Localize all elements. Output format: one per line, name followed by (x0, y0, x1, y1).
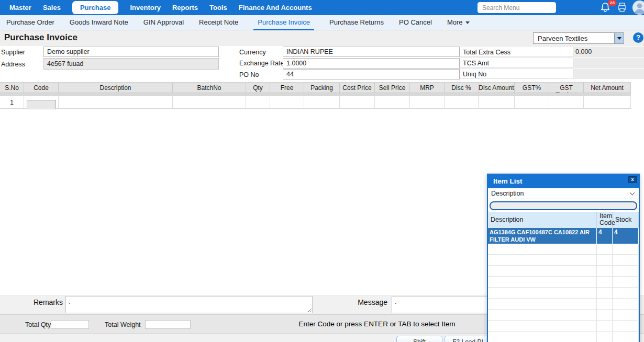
total-qty-field[interactable] (51, 320, 89, 329)
exchange-rate-field[interactable] (283, 58, 460, 69)
item-stock-cell: 4 (613, 228, 639, 244)
item-list-popup-header[interactable]: Item List x (488, 175, 639, 188)
company-select-value: Parveen Textiles (534, 33, 614, 43)
row-batchno-cell[interactable] (173, 96, 246, 108)
nav-master[interactable]: Master (9, 4, 31, 12)
total-weight-field[interactable] (145, 320, 191, 329)
item-list-empty-row (488, 310, 639, 321)
col-batchno: BatchNo (173, 83, 246, 93)
col-sell-price: Sell Price (375, 83, 410, 93)
row-packing-cell[interactable] (304, 96, 340, 108)
item-list-col-stock: Stock (613, 212, 639, 228)
col-code: Code (24, 83, 59, 93)
uniq-no-value (573, 69, 644, 79)
print-button[interactable] (617, 2, 628, 14)
f2-load-pi-button[interactable]: F2 Load PI (444, 336, 492, 342)
company-select[interactable]: Parveen Textiles (533, 32, 624, 44)
nav-inventory[interactable]: Inventory (130, 4, 161, 12)
row-disc-pct-cell[interactable] (445, 96, 479, 108)
status-hint: Enter Code or press ENTER or TAB to sele… (262, 320, 492, 328)
help-button[interactable]: ? (633, 32, 643, 43)
col-net-amount: Net Amount (584, 83, 631, 93)
col-sno: S.No (0, 83, 24, 93)
shift-button[interactable]: Shift (396, 336, 442, 342)
col-cost-price: Cost Price (340, 83, 375, 93)
tcs-amt-value (573, 58, 644, 68)
subnav-po-cancel[interactable]: PO Cancel (399, 15, 432, 30)
close-icon[interactable]: x (628, 176, 637, 183)
item-code-cell: 4 (597, 228, 613, 244)
item-list-empty-row (488, 299, 639, 310)
page-title: Purchase Invoice (4, 32, 77, 43)
col-mrp: MRP (410, 83, 445, 93)
currency-label: Currency (239, 49, 266, 56)
subnav-goods-inward-note[interactable]: Goods Inward Note (70, 15, 128, 30)
row-disc-amount-cell[interactable] (479, 96, 515, 108)
row-free-cell[interactable] (270, 96, 304, 108)
search-input[interactable] (478, 2, 556, 13)
subnav-purchase-returns[interactable]: Purchase Returns (329, 15, 384, 30)
item-list-empty-row (488, 266, 639, 277)
item-list-search-input[interactable] (490, 201, 637, 210)
po-no-label: PO No (239, 71, 259, 78)
uniq-no-label: Uniq No (460, 69, 573, 79)
col-qty: Qty (246, 83, 270, 93)
printer-icon (617, 2, 627, 13)
row-gst-taxamt-cell[interactable] (549, 96, 584, 108)
currency-field[interactable] (283, 47, 460, 57)
item-list-empty-row (488, 332, 639, 342)
subnav-gin-approval[interactable]: GIN Approval (143, 15, 184, 30)
triangle-down-icon (617, 37, 621, 40)
item-code-input[interactable] (27, 100, 56, 109)
row-sell-price-cell[interactable] (375, 96, 410, 108)
row-net-amount-cell[interactable] (584, 96, 631, 108)
row-cost-price-cell[interactable] (340, 96, 375, 108)
col-description: Description (59, 83, 173, 93)
row-sno-cell: 1 (0, 96, 24, 108)
items-table-header: S.No Code Description BatchNo Qty Free P… (0, 82, 631, 93)
invoice-form: Supplier Address Currency Exchange Rate … (0, 46, 644, 82)
col-disc-pct: Disc % (445, 83, 479, 93)
address-label: Address (1, 61, 25, 68)
notifications-button[interactable]: 23 (600, 2, 614, 14)
company-select-arrow[interactable] (614, 33, 624, 43)
supplier-field[interactable] (43, 47, 219, 57)
nav-reports[interactable]: Reports (172, 4, 198, 12)
nav-sales[interactable]: Sales (43, 4, 61, 12)
item-list-row-selected[interactable]: AG1384G CAF100487C CA10822 AIR FILTER AU… (488, 228, 639, 244)
col-gst-pct: GST% (515, 83, 549, 93)
top-nav-bar: Master Sales Purchase Inventory Reports … (0, 0, 644, 15)
subnav-more[interactable]: More (447, 15, 470, 30)
nav-purchase[interactable]: Purchase (72, 1, 119, 14)
user-avatar[interactable] (632, 1, 644, 15)
row-code-cell (24, 96, 59, 108)
item-list-filter-select[interactable]: Description (488, 188, 639, 199)
exchange-rate-label: Exchange Rate (239, 60, 284, 67)
item-description-cell: AG1384G CAF100487C CA10822 AIR FILTER AU… (488, 228, 597, 244)
subnav-purchase-invoice[interactable]: Purchase Invoice (253, 15, 314, 30)
chevron-down-icon (465, 21, 470, 24)
total-qty-label: Total Qty (25, 321, 51, 328)
message-label: Message (356, 298, 387, 306)
row-mrp-cell[interactable] (410, 96, 445, 108)
item-list-search-row (488, 199, 639, 211)
row-qty-cell[interactable] (246, 96, 270, 108)
subnav-receipt-note[interactable]: Receipt Note (199, 15, 238, 30)
subnav-purchase-order[interactable]: Purchase Order (6, 15, 54, 30)
col-gst-taxamt: GST TaxAmt (549, 83, 584, 93)
table-row: 1 (0, 96, 631, 109)
notification-badge: 23 (608, 0, 617, 6)
nav-finance-accounts[interactable]: Finance And Accounts (239, 4, 312, 12)
item-list-empty-row (488, 288, 639, 299)
remarks-label: Remarks (31, 298, 63, 306)
nav-tools[interactable]: Tools (209, 4, 227, 12)
item-list-empty-row (488, 244, 639, 255)
item-list-popup: Item List x Description Description Item… (487, 174, 640, 342)
top-nav: Master Sales Purchase Inventory Reports … (0, 1, 312, 14)
row-gst-pct-cell[interactable] (515, 96, 549, 108)
chevron-down-icon (630, 190, 635, 196)
row-description-cell[interactable] (59, 96, 173, 108)
item-list-columns: Description Item Code Stock (488, 211, 639, 228)
remarks-textarea[interactable]: . (65, 296, 313, 313)
po-no-field[interactable] (283, 69, 460, 79)
